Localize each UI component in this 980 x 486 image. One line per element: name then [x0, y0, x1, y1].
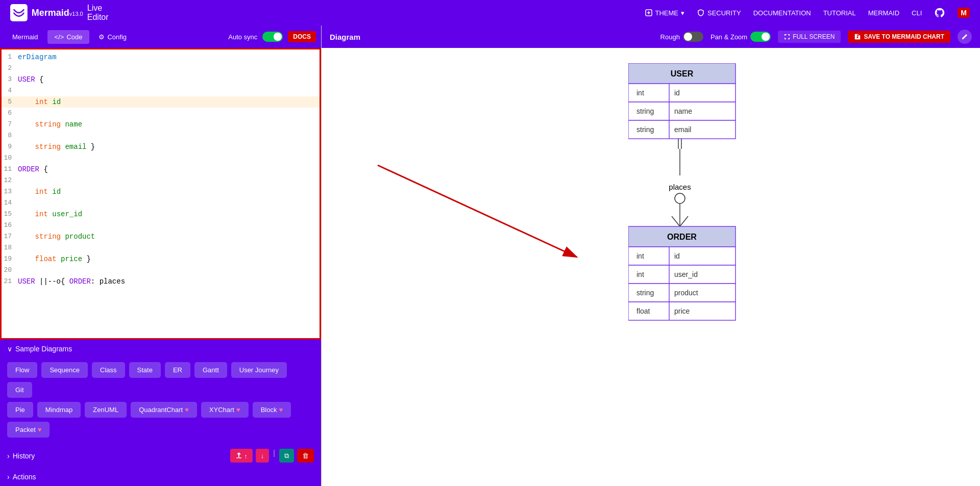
line-number: 3 — [2, 74, 18, 85]
svg-rect-7 — [628, 84, 736, 102]
panel-tabs: Mermaid </> Code ⚙ Config Auto sync DOCS — [0, 25, 321, 48]
chevron-right-icon: › — [7, 473, 10, 481]
history-copy-btn[interactable]: ⧉ — [279, 449, 294, 463]
theme-nav-item[interactable]: THEME ▾ — [645, 9, 685, 17]
auto-sync-toggle[interactable] — [262, 32, 283, 42]
mermaid-badge-item[interactable]: M — [958, 8, 970, 18]
sample-btn-pie[interactable]: Pie — [7, 402, 33, 418]
code-content: string name — [18, 119, 320, 130]
line-number: 21 — [2, 276, 18, 287]
right-panel: Diagram Rough Pan & Zoom FULL SCREEN SAV… — [322, 25, 980, 486]
sample-btn-state[interactable]: State — [129, 362, 161, 378]
sample-btn-class[interactable]: Class — [92, 362, 125, 378]
svg-text:float: float — [636, 307, 650, 315]
tutorial-nav-item[interactable]: TUTORIAL — [823, 9, 856, 17]
line-number: 14 — [2, 197, 18, 209]
line-number: 7 — [2, 119, 18, 130]
code-line-20: 20 — [2, 265, 320, 276]
security-nav-item[interactable]: SECURITY — [697, 9, 741, 17]
security-icon — [697, 9, 705, 17]
code-line-4: 4 — [2, 85, 320, 96]
save-to-mermaid-button[interactable]: SAVE TO MERMAID CHART — [848, 31, 950, 43]
github-icon — [934, 7, 945, 18]
code-content: int id — [18, 186, 320, 197]
history-delete-btn[interactable]: 🗑 — [297, 449, 314, 463]
code-line-1: 1 erDiagram — [2, 52, 320, 63]
code-editor[interactable]: 1 erDiagram 2 3 USER { 4 5 int id 6 — [0, 48, 321, 340]
rough-toggle[interactable] — [683, 32, 703, 42]
config-gear-icon: ⚙ — [99, 33, 105, 41]
sample-diagrams-header[interactable]: ∨ Sample Diagrams — [0, 340, 321, 358]
line-number: 10 — [2, 152, 18, 164]
svg-text:product: product — [674, 289, 698, 297]
actions-section[interactable]: › Actions — [0, 468, 321, 486]
sample-btn-zenuml[interactable]: ZenUML — [85, 402, 127, 418]
sample-btn-packet[interactable]: Packet ♥ — [7, 422, 50, 438]
code-line-10: 10 — [2, 152, 320, 164]
tabs-left: Mermaid </> Code ⚙ Config — [5, 30, 134, 44]
line-number: 12 — [2, 175, 18, 186]
history-upload-btn[interactable]: ↑ — [230, 449, 253, 463]
rough-label: Rough — [660, 33, 680, 41]
code-line-11: 11 ORDER { — [2, 164, 320, 175]
code-line-3: 3 USER { — [2, 74, 320, 85]
code-content: float price } — [18, 253, 320, 265]
svg-line-26 — [680, 216, 688, 226]
sample-btn-quadrant[interactable]: QuadrantChart ♥ — [131, 402, 197, 418]
sample-btn-gantt[interactable]: Gantt — [194, 362, 227, 378]
edit-icon — [961, 33, 968, 40]
sample-btn-xychart[interactable]: XYChart ♥ — [201, 402, 249, 418]
tab-config[interactable]: ⚙ Config — [91, 30, 134, 44]
line-number: 17 — [2, 231, 18, 242]
tutorial-label: TUTORIAL — [823, 9, 856, 17]
code-line-21: 21 USER ||--o{ ORDER: places — [2, 276, 320, 287]
code-line-6: 6 — [2, 108, 320, 119]
diagram-title: Diagram — [330, 33, 360, 41]
svg-text:user_id: user_id — [674, 270, 698, 278]
svg-text:price: price — [674, 307, 690, 315]
code-content: string email } — [18, 141, 320, 152]
code-line-9: 9 string email } — [2, 141, 320, 152]
cli-nav-item[interactable]: CLI — [912, 9, 922, 17]
history-section[interactable]: › History ↑ ↓ | ⧉ 🗑 — [0, 444, 321, 468]
tab-mermaid[interactable]: Mermaid — [5, 30, 45, 44]
line-number: 20 — [2, 265, 18, 276]
edit-button[interactable] — [958, 30, 972, 44]
upload-icon — [235, 451, 242, 458]
code-line-7: 7 string name — [2, 119, 320, 130]
sample-btn-flow[interactable]: Flow — [7, 362, 37, 378]
sample-btn-sequence[interactable]: Sequence — [41, 362, 88, 378]
sample-btn-git[interactable]: Git — [7, 382, 32, 398]
sample-diagrams-title: Sample Diagrams — [15, 345, 72, 353]
chevron-right-icon: › — [7, 452, 10, 460]
line-number: 11 — [2, 164, 18, 175]
docs-button[interactable]: DOCS — [288, 31, 316, 42]
brand-name: Mermaidv13.0 — [32, 8, 83, 18]
line-number: 16 — [2, 220, 18, 231]
documentation-nav-item[interactable]: DOCUMENTATION — [753, 9, 811, 17]
heart-icon: ♥ — [185, 406, 189, 414]
line-number: 15 — [2, 209, 18, 220]
sample-btn-mindmap[interactable]: Mindmap — [37, 402, 81, 418]
auto-sync-label: Auto sync — [228, 33, 257, 41]
history-download-btn[interactable]: ↓ — [256, 449, 270, 463]
line-number: 6 — [2, 108, 18, 119]
rough-control: Rough — [660, 32, 703, 42]
diagram-header: Diagram Rough Pan & Zoom FULL SCREEN SAV… — [322, 25, 980, 48]
sample-btn-block[interactable]: Block ♥ — [253, 402, 291, 418]
svg-text:id: id — [674, 252, 680, 260]
mermaid-nav-item[interactable]: MERMAID — [868, 9, 899, 17]
pan-zoom-toggle[interactable] — [750, 32, 771, 42]
github-nav-item[interactable] — [934, 7, 945, 18]
fullscreen-button[interactable]: FULL SCREEN — [778, 31, 841, 43]
tab-code[interactable]: </> Code — [47, 30, 90, 44]
mermaid-logo-icon — [10, 4, 28, 21]
sample-btn-user-journey[interactable]: User Journey — [231, 362, 287, 378]
save-label: SAVE TO MERMAID CHART — [864, 33, 944, 40]
pan-zoom-control: Pan & Zoom — [710, 32, 771, 42]
diagram-canvas[interactable]: USER int id string name string email — [322, 48, 980, 486]
main-layout: Mermaid </> Code ⚙ Config Auto sync DOCS… — [0, 25, 980, 486]
history-header-left: › History — [7, 452, 35, 460]
svg-text:USER: USER — [671, 69, 694, 78]
sample-btn-er[interactable]: ER — [165, 362, 190, 378]
